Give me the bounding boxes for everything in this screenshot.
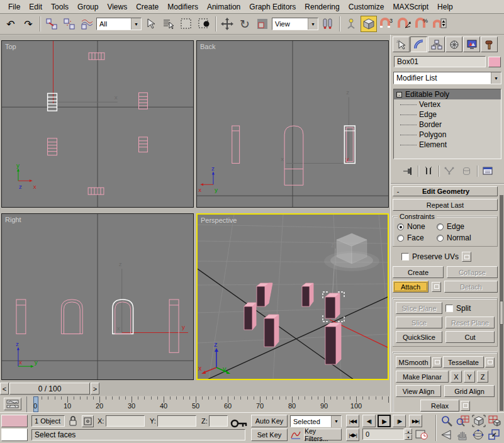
ghost-helper-object[interactable] — [324, 233, 379, 271]
object-name-field[interactable]: Box01 — [394, 56, 486, 67]
play-button[interactable]: ▶ — [378, 415, 391, 427]
relax-button[interactable]: Relax — [420, 400, 459, 412]
tab-utilities[interactable] — [481, 36, 498, 52]
menu-graph-editors[interactable]: Graph Editors — [245, 1, 300, 13]
quickslice-button[interactable]: QuickSlice — [396, 331, 442, 343]
key-filters-button[interactable]: Key Filters... — [304, 429, 342, 440]
make-planar-x-button[interactable]: X — [451, 371, 462, 383]
remove-modifier-button[interactable] — [459, 165, 474, 178]
collapse-tree-icon[interactable]: - — [396, 92, 402, 98]
menu-views[interactable]: Views — [103, 1, 132, 13]
pillar-objects[interactable] — [244, 283, 341, 364]
spinner-snap-toggle-icon[interactable] — [431, 16, 447, 32]
tab-motion[interactable] — [445, 36, 462, 52]
box-object-selected[interactable] — [113, 300, 133, 334]
spinner-up-icon[interactable]: ▲ — [405, 429, 412, 434]
set-key-mode-key-icon[interactable] — [230, 418, 248, 430]
tab-hierarchy[interactable] — [428, 36, 445, 52]
undo-icon[interactable]: ↶ — [3, 16, 19, 32]
pan-button[interactable] — [456, 429, 471, 442]
constraint-edge-label[interactable]: Edge — [447, 222, 464, 231]
constraint-none-radio[interactable] — [397, 223, 404, 230]
viewport-top-label[interactable]: Top — [5, 43, 16, 50]
pin-stack-button[interactable] — [400, 165, 415, 178]
collapse-button[interactable]: Collapse — [447, 266, 498, 278]
modifier-list-dropdown[interactable]: Modifier List ▼ — [393, 72, 501, 84]
maxscript-mini-listener-pink[interactable] — [1, 415, 28, 427]
select-and-move-icon[interactable] — [219, 16, 235, 32]
redo-icon[interactable]: ↷ — [20, 16, 36, 32]
command-panel-scrollbar[interactable] — [500, 195, 503, 411]
x-coord-field[interactable] — [106, 415, 145, 427]
cut-button[interactable]: Cut — [445, 331, 495, 343]
viewport-back-label[interactable]: Back — [200, 43, 215, 50]
viewport-right[interactable]: Right z x y z x y — [1, 213, 194, 380]
absolute-offset-toggle[interactable] — [82, 415, 94, 427]
box-object-selected[interactable] — [344, 126, 355, 164]
field-of-view-button[interactable] — [440, 429, 455, 442]
maxscript-mini-listener-white[interactable] — [1, 429, 28, 441]
menu-rendering[interactable]: Rendering — [300, 1, 344, 13]
time-slider-handle[interactable]: 0 / 100 — [9, 383, 90, 395]
select-by-name-icon[interactable] — [160, 16, 177, 32]
msmooth-button[interactable]: MSmooth — [396, 356, 431, 368]
make-planar-y-button[interactable]: Y — [464, 371, 475, 383]
tessellate-settings-button[interactable] — [485, 357, 495, 367]
split-checkbox[interactable] — [445, 305, 453, 312]
constraint-normal-radio[interactable] — [437, 235, 444, 242]
track-bar-ruler[interactable]: 0 10 20 30 40 50 60 70 80 90 100 — [26, 396, 389, 412]
menu-create[interactable]: Create — [132, 1, 163, 13]
slice-plane-button[interactable]: Slice Plane — [396, 302, 442, 314]
stack-item-edge[interactable]: Edge — [394, 109, 501, 120]
zoom-extents-all-button[interactable] — [488, 415, 502, 428]
view-align-button[interactable]: View Align — [396, 385, 441, 397]
tab-create[interactable] — [393, 36, 410, 52]
snap-toggle-3d-icon[interactable]: 3 — [378, 16, 395, 32]
default-in-out-tangents-button[interactable] — [290, 429, 301, 442]
make-planar-button[interactable]: Make Planar — [396, 371, 449, 383]
constraint-face-label[interactable]: Face — [407, 233, 434, 242]
zoom-button[interactable] — [440, 415, 455, 428]
rollout-collapse-icon[interactable]: - — [395, 188, 401, 195]
stack-item-vertex[interactable]: Vertex — [394, 99, 501, 109]
select-object-icon[interactable] — [143, 16, 159, 32]
reference-coordinate-dropdown[interactable]: View ▼ — [272, 18, 318, 30]
reset-plane-button[interactable]: Reset Plane — [445, 317, 495, 328]
dropdown-arrow-icon[interactable]: ▼ — [331, 416, 341, 427]
show-end-result-button[interactable] — [421, 165, 436, 178]
box-object[interactable] — [89, 53, 104, 60]
slice-button[interactable]: Slice — [396, 317, 442, 328]
split-label[interactable]: Split — [456, 304, 471, 313]
menu-modifiers[interactable]: Modifiers — [163, 1, 203, 13]
tab-display[interactable] — [463, 36, 480, 52]
object-color-swatch[interactable] — [488, 57, 501, 67]
constraint-edge-radio[interactable] — [437, 223, 444, 230]
bind-to-space-warp-icon[interactable] — [79, 16, 95, 32]
go-to-start-button[interactable]: |◀◀ — [346, 415, 359, 427]
y-coord-field[interactable] — [157, 415, 196, 427]
tessellate-button[interactable]: Tessellate — [443, 356, 484, 368]
select-and-link-icon[interactable] — [43, 16, 60, 32]
msmooth-settings-button[interactable] — [432, 357, 442, 367]
time-slider-prev-button[interactable]: < — [0, 383, 9, 395]
preserve-uvs-label[interactable]: Preserve UVs — [412, 252, 459, 261]
selection-lock-toggle[interactable] — [68, 415, 78, 428]
set-key-button[interactable]: Set Key — [251, 429, 288, 441]
time-configuration-button[interactable] — [415, 429, 428, 442]
constraint-none-label[interactable]: None — [407, 222, 434, 231]
select-and-rotate-icon[interactable]: ↻ — [237, 16, 253, 32]
angle-snap-toggle-icon[interactable] — [396, 16, 412, 32]
use-pivot-center-icon[interactable] — [320, 16, 336, 32]
current-frame-field[interactable]: 0 — [362, 429, 404, 440]
menu-group[interactable]: Group — [73, 1, 103, 13]
previous-frame-button[interactable]: ◀|| — [362, 415, 376, 427]
min-max-toggle-button[interactable] — [488, 429, 502, 442]
dropdown-arrow-icon[interactable]: ▼ — [308, 18, 318, 30]
viewport-perspective[interactable]: Perspective z — [196, 213, 389, 380]
dropdown-arrow-icon[interactable]: ▼ — [131, 18, 141, 30]
selection-filter-dropdown[interactable]: All ▼ — [96, 18, 142, 30]
detach-button[interactable]: Detach — [444, 281, 498, 293]
zoom-all-button[interactable] — [456, 415, 471, 428]
viewport-perspective-label[interactable]: Perspective — [201, 216, 237, 224]
menu-help[interactable]: Help — [433, 1, 457, 13]
